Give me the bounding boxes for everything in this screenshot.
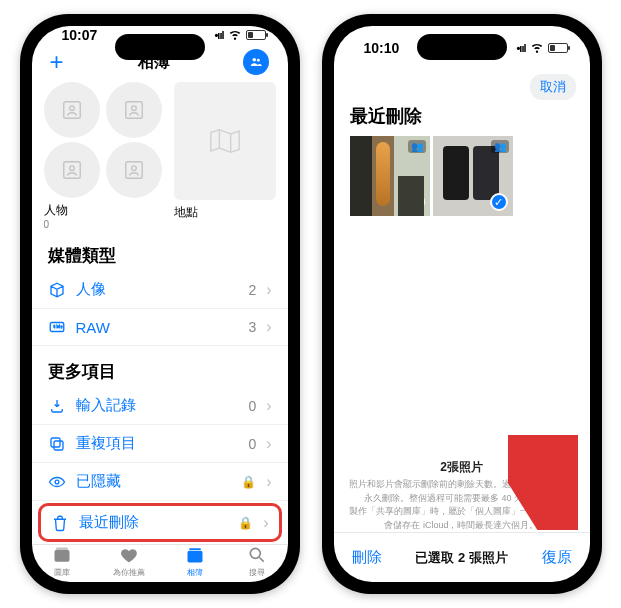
battery-icon: [246, 30, 266, 40]
tab-library[interactable]: 圖庫: [51, 545, 73, 578]
signal-icon: •ııl: [214, 29, 223, 41]
tab-albums[interactable]: 相簿: [184, 545, 206, 578]
places-album[interactable]: [174, 82, 276, 200]
signal-icon: •ııl: [516, 42, 525, 54]
phone-left: 10:07 •ııl + 相簿: [20, 14, 300, 594]
chevron-right-icon: ›: [266, 473, 271, 491]
notch: [417, 34, 507, 60]
phone-right: 10:10 •ııl 取消 最近刪除 👥 ✓ 👥 ✓ 2張: [322, 14, 602, 594]
wifi-icon: [530, 40, 544, 57]
eye-icon: [48, 473, 66, 491]
map-icon: [208, 126, 242, 156]
row-hidden[interactable]: 已隱藏 🔒 ›: [32, 463, 288, 501]
battery-icon: [548, 43, 568, 53]
tab-search[interactable]: 搜尋: [246, 545, 268, 578]
svg-rect-12: [54, 441, 63, 450]
section-more: 更多項目: [32, 346, 288, 387]
shared-badge-icon: 👥: [408, 140, 426, 153]
svg-rect-17: [189, 548, 201, 550]
row-portrait[interactable]: 人像 2 ›: [32, 271, 288, 309]
svg-rect-16: [188, 551, 203, 563]
chevron-right-icon: ›: [266, 318, 271, 336]
shared-badge-icon: 👥: [491, 140, 509, 153]
chevron-right-icon: ›: [266, 435, 271, 453]
row-raw[interactable]: RAW 3 ›: [32, 309, 288, 346]
photo-thumbnail[interactable]: 👥 ✓: [350, 136, 430, 216]
library-icon: [51, 545, 73, 565]
svg-point-1: [257, 59, 260, 62]
svg-point-5: [131, 106, 136, 111]
people-album[interactable]: [44, 82, 164, 198]
svg-point-0: [253, 58, 257, 62]
wifi-icon: [228, 27, 242, 44]
svg-point-13: [55, 480, 59, 484]
lock-icon: 🔒: [241, 475, 256, 489]
shared-button[interactable]: [243, 49, 269, 75]
svg-point-7: [69, 166, 74, 171]
duplicate-icon: [48, 435, 66, 453]
selected-check-icon[interactable]: ✓: [490, 193, 508, 211]
chevron-right-icon: ›: [266, 397, 271, 415]
svg-point-18: [250, 548, 260, 558]
svg-rect-15: [56, 548, 68, 551]
svg-rect-14: [55, 550, 70, 562]
selection-count: 已選取 2 張照片: [415, 549, 507, 567]
tab-foryou[interactable]: 為你推薦: [113, 545, 145, 578]
cube-icon: [48, 281, 66, 299]
svg-point-3: [69, 106, 74, 111]
row-imports[interactable]: 輸入記錄 0 ›: [32, 387, 288, 425]
cancel-button[interactable]: 取消: [530, 74, 576, 100]
albums-icon: [184, 545, 206, 565]
smart-albums: 人物 0 地點: [32, 82, 288, 230]
search-icon: [246, 545, 268, 565]
places-label: 地點: [174, 204, 276, 221]
download-icon: [48, 397, 66, 415]
page-title: 最近刪除: [334, 102, 590, 136]
nav-bar: 取消: [334, 70, 590, 102]
callout-arrow: [508, 435, 578, 534]
section-media-types: 媒體類型: [32, 230, 288, 271]
clock: 10:07: [62, 27, 98, 43]
selected-check-icon[interactable]: ✓: [407, 193, 425, 211]
raw-icon: [48, 318, 66, 336]
lock-icon: 🔒: [238, 516, 253, 530]
chevron-right-icon: ›: [263, 514, 268, 532]
photo-grid: 👥 ✓ 👥 ✓: [334, 136, 590, 216]
photo-thumbnail[interactable]: 👥 ✓: [433, 136, 513, 216]
people-count: 0: [44, 219, 164, 230]
row-recently-deleted[interactable]: 最近刪除 🔒 ›: [38, 503, 282, 542]
bottom-toolbar: 刪除 已選取 2 張照片 復原: [334, 532, 590, 582]
svg-point-9: [131, 166, 136, 171]
add-button[interactable]: +: [50, 48, 64, 76]
tab-bar: 圖庫 為你推薦 相簿 搜尋: [32, 544, 288, 582]
people-label: 人物: [44, 202, 164, 219]
restore-button[interactable]: 復原: [542, 548, 572, 567]
notch: [115, 34, 205, 60]
svg-rect-11: [51, 438, 60, 447]
foryou-icon: [118, 545, 140, 565]
trash-icon: [51, 514, 69, 532]
row-duplicates[interactable]: 重複項目 0 ›: [32, 425, 288, 463]
clock: 10:10: [364, 40, 400, 56]
delete-button[interactable]: 刪除: [352, 548, 382, 567]
chevron-right-icon: ›: [266, 281, 271, 299]
